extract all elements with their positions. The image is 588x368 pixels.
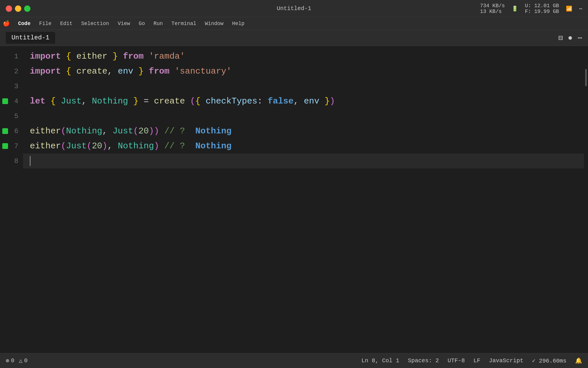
code-line-5 <box>23 109 584 124</box>
scrollbar[interactable] <box>584 46 588 353</box>
cursor-position[interactable]: Ln 8, Col 1 <box>361 357 399 364</box>
code-line-8 <box>23 154 584 168</box>
line-num-1: 1 <box>14 53 18 60</box>
string-sanctuary: 'sanctuary' <box>175 66 231 76</box>
titlebar: Untitled-1 734 KB/s 13 KB/s 🔋 U: 12.01 G… <box>0 0 588 17</box>
line-4-gutter: 4 <box>0 94 23 109</box>
code-line-3 <box>23 79 584 94</box>
encoding[interactable]: UTF-8 <box>448 357 465 364</box>
close-button[interactable] <box>6 5 12 12</box>
menu-edit[interactable]: Edit <box>57 20 76 28</box>
line-5-gutter: 5 <box>0 109 23 124</box>
warning-icon: △ <box>19 357 22 364</box>
error-count[interactable]: ⊗ 0 △ 0 <box>6 357 28 364</box>
split-editor-icon[interactable]: ⊟ <box>558 33 563 43</box>
language-mode[interactable]: JavaScript <box>489 357 523 364</box>
error-number: 0 <box>11 357 14 364</box>
menu-run[interactable]: Run <box>150 20 166 28</box>
menu-terminal[interactable]: Terminal <box>168 20 200 28</box>
code-line-2: import { create, env } from 'sanctuary' <box>23 64 584 79</box>
line-num-8: 8 <box>14 157 18 165</box>
line-8-gutter: 8 <box>0 154 23 168</box>
line-ending[interactable]: LF <box>473 357 480 364</box>
code-line-1: import { either } from 'ramda' <box>23 49 584 64</box>
wifi-icon: 📶 <box>566 5 572 12</box>
line-num-7: 7 <box>14 142 18 150</box>
keyword-let: let <box>30 96 45 106</box>
maximize-button[interactable] <box>24 5 30 12</box>
keyword-from-2: from <box>149 66 169 76</box>
indentation[interactable]: Spaces: 2 <box>408 357 439 364</box>
tab-untitled-1[interactable]: Untitled-1 <box>6 32 55 44</box>
titlebar-left <box>6 5 198 12</box>
line-numbers: 1 2 3 4 5 6 7 8 <box>0 46 23 353</box>
statusbar-right: Ln 8, Col 1 Spaces: 2 UTF-8 LF JavaScrip… <box>361 357 582 364</box>
warning-number: 0 <box>24 357 28 364</box>
error-icon: ⊗ <box>6 357 9 364</box>
menu-help[interactable]: Help <box>229 20 248 28</box>
code-line-4: let { Just, Nothing } = create ({ checkT… <box>23 94 584 109</box>
menu-view[interactable]: View <box>114 20 134 28</box>
tab-bar: Untitled-1 ⊟ ⋯ <box>0 30 588 46</box>
timing: ✓ 296.60ms <box>532 357 566 364</box>
disk-stats: U: 12.01 GB F: 19.99 GB <box>525 3 559 14</box>
code-line-6: either(Nothing, Just(20)) // ? Nothing <box>23 124 584 139</box>
string-ramda: 'ramda' <box>149 51 185 61</box>
more-options-icon[interactable]: ⋯ <box>578 33 582 43</box>
breakpoint-7[interactable] <box>2 143 8 149</box>
line-7-gutter: 7 <box>0 139 23 154</box>
line-1-gutter: 1 <box>0 49 23 64</box>
line-2-gutter: 2 <box>0 64 23 79</box>
menu-file[interactable]: File <box>36 20 55 28</box>
editor: 1 2 3 4 5 6 7 8 import { either } from <box>0 46 588 353</box>
tab-actions: ⊟ ⋯ <box>558 33 582 43</box>
keyword-import-2: import <box>30 66 61 76</box>
battery-icon: 🔋 <box>512 5 518 12</box>
line-num-5: 5 <box>14 112 18 120</box>
breakpoint-4[interactable] <box>2 98 8 104</box>
tab-label: Untitled-1 <box>11 34 49 41</box>
keyword-from-1: from <box>123 51 144 61</box>
statusbar-left: ⊗ 0 △ 0 <box>6 357 28 364</box>
line-num-3: 3 <box>14 83 18 90</box>
notification-icon[interactable]: 🔔 <box>575 357 582 364</box>
code-editor[interactable]: import { either } from 'ramda' import { … <box>23 46 584 353</box>
menu-window[interactable]: Window <box>202 20 227 28</box>
line-6-gutter: 6 <box>0 124 23 139</box>
line-num-6: 6 <box>14 127 18 135</box>
menu-icon: ⋯ <box>579 5 582 12</box>
line-num-4: 4 <box>14 97 18 105</box>
traffic-lights <box>6 5 30 12</box>
minimize-button[interactable] <box>15 5 21 12</box>
line-3-gutter: 3 <box>0 79 23 94</box>
code-line-7: either(Just(20), Nothing) // ? Nothing <box>23 139 584 154</box>
breakpoint-6[interactable] <box>2 128 8 134</box>
network-stats: 734 KB/s 13 KB/s <box>480 3 505 14</box>
scrollbar-thumb[interactable] <box>585 69 587 86</box>
menu-selection[interactable]: Selection <box>78 20 113 28</box>
line-num-2: 2 <box>14 68 18 75</box>
apple-logo: 🍎 <box>3 20 10 27</box>
titlebar-right: 734 KB/s 13 KB/s 🔋 U: 12.01 GB F: 19.99 … <box>390 3 582 14</box>
menu-code[interactable]: Code <box>15 20 34 28</box>
menu-bar: 🍎 Code File Edit Selection View Go Run T… <box>0 17 588 30</box>
keyword-import-1: import <box>30 51 61 61</box>
status-bar: ⊗ 0 △ 0 Ln 8, Col 1 Spaces: 2 UTF-8 LF J… <box>0 353 588 368</box>
menu-go[interactable]: Go <box>135 20 148 28</box>
window-title: Untitled-1 <box>198 5 390 12</box>
dot-icon <box>568 36 572 40</box>
